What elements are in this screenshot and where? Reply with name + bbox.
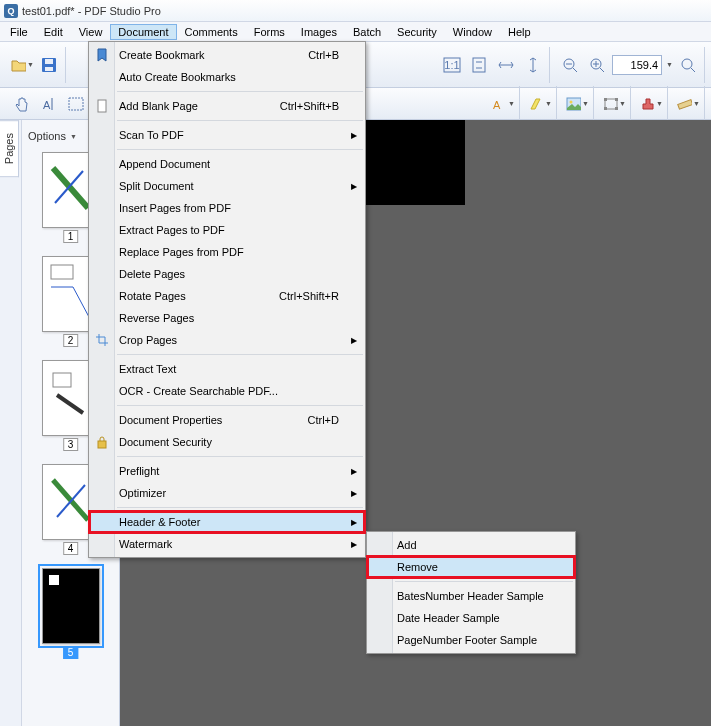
snapshot-button[interactable] xyxy=(64,92,88,116)
menu-item-shortcut: Ctrl+D xyxy=(308,414,339,426)
header-footer-submenu-item-date-header-sample[interactable]: Date Header Sample xyxy=(367,607,575,629)
menu-separator xyxy=(117,120,363,121)
fit-page-button[interactable] xyxy=(467,53,491,77)
svg-rect-17 xyxy=(604,107,607,110)
app-icon: Q xyxy=(4,4,18,18)
menu-item-label: OCR - Create Searchable PDF... xyxy=(119,385,339,397)
submenu-arrow-icon: ▶ xyxy=(351,131,357,140)
page-thumbnail[interactable]: 5 xyxy=(42,568,100,644)
menu-item-label: PageNumber Footer Sample xyxy=(397,634,549,646)
document-menu-item-optimizer[interactable]: Optimizer▶ xyxy=(89,482,365,504)
menu-item-label: Create Bookmark xyxy=(119,49,308,61)
svg-rect-23 xyxy=(49,575,59,585)
menu-item-label: Split Document xyxy=(119,180,339,192)
document-menu-item-ocr-create-searchable-pdf[interactable]: OCR - Create Searchable PDF... xyxy=(89,380,365,402)
zoom-input[interactable] xyxy=(612,55,662,75)
submenu-arrow-icon: ▶ xyxy=(351,336,357,345)
menu-window[interactable]: Window xyxy=(445,24,500,40)
header-footer-submenu-item-remove[interactable]: Remove xyxy=(367,556,575,578)
window-title: test01.pdf* - PDF Studio Pro xyxy=(22,5,161,17)
document-menu-item-delete-pages[interactable]: Delete Pages xyxy=(89,263,365,285)
svg-rect-16 xyxy=(615,98,618,101)
menu-item-label: Watermark xyxy=(119,538,339,550)
shape-button[interactable]: ▼ xyxy=(602,92,626,116)
menu-edit[interactable]: Edit xyxy=(36,24,71,40)
svg-rect-21 xyxy=(53,373,71,387)
actual-size-button[interactable]: 1:1 xyxy=(440,53,464,77)
menu-help[interactable]: Help xyxy=(500,24,539,40)
document-menu-item-preflight[interactable]: Preflight▶ xyxy=(89,460,365,482)
menu-separator xyxy=(117,354,363,355)
zoom-tool-button[interactable] xyxy=(676,53,700,77)
save-button[interactable] xyxy=(37,53,61,77)
menu-file[interactable]: File xyxy=(2,24,36,40)
text-annotation-button[interactable]: A▼ xyxy=(491,92,515,116)
svg-point-8 xyxy=(682,59,692,69)
header-footer-submenu-item-pagenumber-footer-sample[interactable]: PageNumber Footer Sample xyxy=(367,629,575,651)
submenu-arrow-icon: ▶ xyxy=(351,467,357,476)
menu-item-shortcut: Ctrl+Shift+R xyxy=(279,290,339,302)
menu-item-label: Document Properties xyxy=(119,414,308,426)
header-footer-submenu-item-batesnumber-header-sample[interactable]: BatesNumber Header Sample xyxy=(367,585,575,607)
document-menu-item-extract-text[interactable]: Extract Text xyxy=(89,358,365,380)
header-footer-submenu-item-add[interactable]: Add xyxy=(367,534,575,556)
document-menu-item-extract-pages-to-pdf[interactable]: Extract Pages to PDF xyxy=(89,219,365,241)
menu-item-label: Insert Pages from PDF xyxy=(119,202,339,214)
measure-button[interactable]: ▼ xyxy=(676,92,700,116)
menu-item-label: Date Header Sample xyxy=(397,612,549,624)
pages-tab[interactable]: Pages xyxy=(0,120,19,177)
svg-rect-25 xyxy=(98,441,106,448)
options-label: Options xyxy=(28,130,66,142)
menu-document[interactable]: Document xyxy=(110,24,176,40)
thumbnail-page-number: 5 xyxy=(63,646,79,659)
zoom-dropdown-arrow[interactable]: ▼ xyxy=(666,61,673,68)
menu-separator xyxy=(117,405,363,406)
thumbnail-page-number: 4 xyxy=(63,542,79,555)
menu-view[interactable]: View xyxy=(71,24,111,40)
highlight-button[interactable]: ▼ xyxy=(528,92,552,116)
document-menu-item-replace-pages-from-pdf[interactable]: Replace Pages from PDF xyxy=(89,241,365,263)
open-button[interactable]: ▼ xyxy=(10,53,34,77)
document-menu-item-append-document[interactable]: Append Document xyxy=(89,153,365,175)
document-menu-item-reverse-pages[interactable]: Reverse Pages xyxy=(89,307,365,329)
stamp-button[interactable]: ▼ xyxy=(639,92,663,116)
document-menu-item-insert-pages-from-pdf[interactable]: Insert Pages from PDF xyxy=(89,197,365,219)
menu-forms[interactable]: Forms xyxy=(246,24,293,40)
menu-security[interactable]: Security xyxy=(389,24,445,40)
fit-width-button[interactable] xyxy=(494,53,518,77)
document-menu-item-document-security[interactable]: Document Security xyxy=(89,431,365,453)
document-menu-item-auto-create-bookmarks[interactable]: Auto Create Bookmarks xyxy=(89,66,365,88)
document-menu-item-document-properties[interactable]: Document PropertiesCtrl+D xyxy=(89,409,365,431)
document-menu-item-header-footer[interactable]: Header & Footer▶ xyxy=(89,511,365,533)
menu-batch[interactable]: Batch xyxy=(345,24,389,40)
svg-point-13 xyxy=(570,100,573,103)
text-select-button[interactable]: A xyxy=(37,92,61,116)
document-menu-item-create-bookmark[interactable]: Create BookmarkCtrl+B xyxy=(89,44,365,66)
menu-item-label: Scan To PDF xyxy=(119,129,339,141)
svg-text:1:1: 1:1 xyxy=(444,59,459,71)
zoom-out-button[interactable] xyxy=(558,53,582,77)
menu-comments[interactable]: Comments xyxy=(177,24,246,40)
fit-height-button[interactable] xyxy=(521,53,545,77)
menu-item-label: Extract Text xyxy=(119,363,339,375)
svg-rect-10 xyxy=(69,98,83,110)
svg-rect-1 xyxy=(45,59,53,64)
zoom-in-button[interactable] xyxy=(585,53,609,77)
document-menu-item-rotate-pages[interactable]: Rotate PagesCtrl+Shift+R xyxy=(89,285,365,307)
menu-images[interactable]: Images xyxy=(293,24,345,40)
menu-item-label: Document Security xyxy=(119,436,339,448)
menu-item-shortcut: Ctrl+B xyxy=(308,49,339,61)
menu-separator xyxy=(117,507,363,508)
image-annotation-button[interactable]: ▼ xyxy=(565,92,589,116)
hand-tool-button[interactable] xyxy=(10,92,34,116)
document-menu-item-watermark[interactable]: Watermark▶ xyxy=(89,533,365,555)
document-menu-item-crop-pages[interactable]: Crop Pages▶ xyxy=(89,329,365,351)
menu-item-label: Replace Pages from PDF xyxy=(119,246,339,258)
menu-item-label: Reverse Pages xyxy=(119,312,339,324)
document-menu-item-split-document[interactable]: Split Document▶ xyxy=(89,175,365,197)
menu-item-label: Rotate Pages xyxy=(119,290,279,302)
menu-separator xyxy=(117,149,363,150)
document-menu-item-add-blank-page[interactable]: Add Blank PageCtrl+Shift+B xyxy=(89,95,365,117)
title-bar: Q test01.pdf* - PDF Studio Pro xyxy=(0,0,711,22)
document-menu-item-scan-to-pdf[interactable]: Scan To PDF▶ xyxy=(89,124,365,146)
